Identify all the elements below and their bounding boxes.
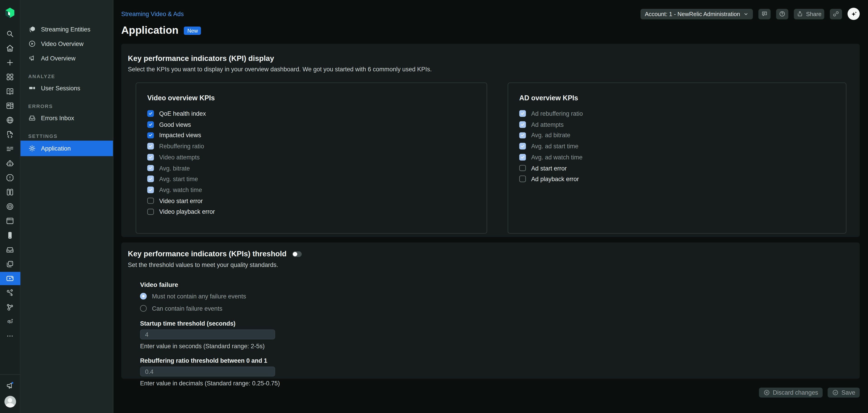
apps-grid-icon[interactable] [0, 72, 20, 82]
top-controls: Account: 1 - NewRelic Administration Sha… [641, 8, 860, 20]
checkbox-icon[interactable] [519, 143, 526, 150]
rebuffering-threshold-helper: Enter value in decimals (Standard range:… [140, 380, 853, 386]
checkbox-icon[interactable] [147, 110, 154, 117]
checkbox-icon[interactable] [147, 132, 154, 138]
kpi-checkbox-row[interactable]: Ad start error [519, 164, 846, 172]
home-icon[interactable] [0, 43, 20, 53]
more-ellipsis-icon[interactable] [0, 331, 20, 341]
help-button[interactable] [776, 9, 788, 19]
synthetics-target-icon[interactable] [0, 201, 20, 212]
new-badge: New [184, 26, 201, 35]
breadcrumb[interactable]: Streaming Video & Ads [121, 10, 184, 17]
dashboards-icon[interactable] [0, 101, 20, 111]
workloads-stack-icon[interactable] [0, 259, 20, 269]
startup-threshold-helper: Enter value in seconds (Standard range: … [140, 343, 853, 349]
share-button[interactable]: Share [794, 9, 824, 19]
browser-globe-icon[interactable] [0, 115, 20, 125]
kpi-checkbox-row[interactable]: Ad attempts [519, 121, 846, 128]
kpi-checkbox-row[interactable]: Ad playback error [519, 175, 846, 183]
checkbox-icon[interactable] [519, 154, 526, 160]
kpi-checkbox-row[interactable]: Ad rebuffering ratio [519, 109, 846, 118]
top-bar: Streaming Video & Ads Account: 1 - NewRe… [121, 8, 860, 20]
gear-icon [28, 145, 36, 152]
checkbox-icon[interactable] [147, 176, 154, 182]
global-nav-rail: $ [0, 0, 20, 413]
discard-changes-button[interactable]: Discard changes [759, 388, 823, 398]
checkbox-icon[interactable] [519, 121, 526, 128]
checkbox-icon[interactable] [519, 176, 526, 182]
feedback-button[interactable] [758, 9, 771, 19]
checkbox-icon[interactable] [147, 165, 154, 171]
help-icon [779, 10, 785, 17]
checkbox-icon[interactable] [147, 121, 154, 128]
video-kpi-panel: Video overview KPIs QoE health index Goo… [135, 83, 487, 234]
sidebar-section-errors: ERRORS [20, 102, 113, 111]
save-button[interactable]: Save [828, 388, 860, 398]
checkbox-icon[interactable] [147, 198, 154, 204]
checkbox-icon[interactable] [147, 187, 154, 193]
kpi-checkbox-row[interactable]: QoE health index [147, 109, 487, 118]
ai-bot-icon[interactable] [0, 158, 20, 168]
app-window: $ Streaming Entities Video Overview Ad O… [0, 0, 868, 413]
docs-book-icon[interactable] [0, 86, 20, 96]
cost-management-icon[interactable]: $ [0, 317, 20, 327]
sidebar-item-streaming-entities[interactable]: Streaming Entities [20, 22, 113, 37]
logs-icon[interactable] [0, 144, 20, 154]
add-icon[interactable] [0, 58, 20, 67]
workflows-icon[interactable] [0, 288, 20, 298]
sidebar-item-video-overview[interactable]: Video Overview [20, 36, 113, 51]
copy-link-button[interactable] [830, 9, 842, 19]
kpi-checkbox-row[interactable]: Impacted views [147, 131, 487, 139]
sidebar-item-ad-overview[interactable]: Ad Overview [20, 51, 113, 65]
kpi-checkbox-row[interactable]: Avg. start time [147, 175, 487, 183]
feedback-icon [761, 10, 768, 17]
checkbox-icon[interactable] [147, 154, 154, 160]
kpi-display-section: Key performance indicators (KPI) display… [121, 44, 860, 237]
app-sidebar: Streaming Entities Video Overview Ad Ove… [20, 0, 114, 413]
code-file-icon[interactable] [0, 129, 20, 139]
mobile-icon[interactable] [0, 230, 20, 240]
ad-kpi-list: Ad rebuffering ratio Ad attempts Avg. ad… [519, 109, 846, 183]
radio-icon[interactable] [140, 305, 147, 312]
account-switcher-label: Account: 1 - NewRelic Administration [645, 10, 740, 17]
startup-threshold-input[interactable] [140, 329, 275, 340]
checkbox-icon[interactable] [519, 132, 526, 138]
kpi-checkbox-row[interactable]: Avg. bitrate [147, 164, 487, 172]
infrastructure-hosts-icon[interactable] [0, 187, 20, 197]
kpi-checkbox-row[interactable]: Avg. ad start time [519, 142, 846, 150]
checkbox-icon[interactable] [519, 110, 526, 117]
video-failure-option[interactable]: Must not contain any failure events [140, 292, 853, 300]
kpi-checkbox-row[interactable]: Video attempts [147, 153, 487, 161]
kpi-checkbox-row[interactable]: Avg. watch time [147, 186, 487, 194]
browser-window-icon[interactable] [0, 216, 20, 226]
kpi-checkbox-row[interactable]: Avg. ad watch time [519, 153, 846, 161]
kpi-checkbox-row[interactable]: Good views [147, 121, 487, 128]
video-failure-option[interactable]: Can contain failure events [140, 305, 853, 312]
threshold-toggle[interactable] [292, 251, 302, 257]
kpi-checkbox-row[interactable]: Video playback error [147, 208, 487, 216]
assistant-avatar[interactable] [848, 8, 860, 20]
kpi-checkbox-row[interactable]: Rebuffering ratio [147, 142, 487, 150]
announcements-icon[interactable] [0, 380, 20, 390]
account-switcher-button[interactable]: Account: 1 - NewRelic Administration [641, 9, 753, 19]
sidebar-item-application[interactable]: Application [20, 140, 113, 156]
user-avatar[interactable] [4, 396, 16, 407]
alerts-icon[interactable] [0, 173, 20, 183]
newrelic-logo-icon[interactable] [4, 7, 16, 18]
rebuffering-threshold-input[interactable] [140, 367, 275, 377]
radio-icon[interactable] [140, 293, 147, 299]
checkbox-icon[interactable] [147, 209, 154, 215]
streaming-video-icon[interactable] [0, 272, 20, 285]
checkbox-icon[interactable] [519, 165, 526, 171]
kpi-checkbox-row[interactable]: Video start error [147, 197, 487, 205]
share-icon [797, 10, 803, 17]
kpi-checkbox-row[interactable]: Avg. ad bitrate [519, 131, 846, 139]
sidebar-item-user-sessions[interactable]: User Sessions [20, 81, 113, 95]
search-icon[interactable] [0, 29, 20, 39]
page-header: Application New [121, 25, 860, 37]
sidebar-item-errors-inbox[interactable]: Errors Inbox [20, 111, 113, 125]
inbox-rail-icon[interactable] [0, 245, 20, 255]
sidebar-item-label: Ad Overview [41, 55, 75, 61]
service-map-icon[interactable] [0, 302, 20, 312]
checkbox-icon[interactable] [147, 143, 154, 150]
